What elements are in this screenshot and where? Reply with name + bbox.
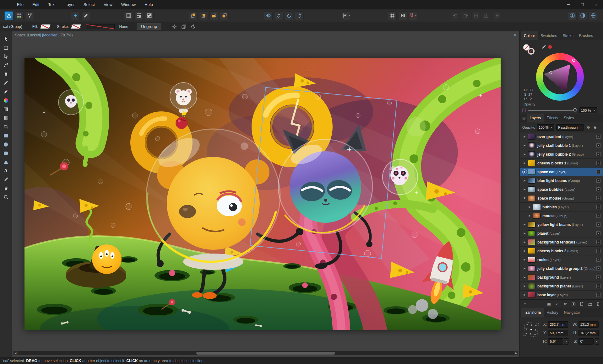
transform-input-x[interactable]: 252,7 mm	[548, 321, 568, 328]
flip-vertical-icon[interactable]	[274, 11, 283, 20]
grid-options-icon[interactable]	[145, 11, 154, 20]
stroke-width-control[interactable]	[86, 24, 115, 29]
layer-row-yellow-light-beams[interactable]: ▶yellow light beams (Layer)✓	[520, 220, 603, 229]
layer-row-cheesy-blocks-2[interactable]: ▶cheesy blocks 2 (Layer)✓	[520, 247, 603, 255]
rotate-ccw-icon[interactable]	[285, 11, 293, 20]
layer-row-base-layer[interactable]: ▶base layer (Layer)✓	[520, 291, 603, 299]
expand-arrow-icon[interactable]: ▶	[527, 205, 532, 209]
menu-select[interactable]: Select	[79, 0, 99, 9]
horizontal-scrollbar[interactable]: ◀ ▶	[13, 351, 518, 355]
scroll-right-icon[interactable]: ▶	[514, 351, 518, 355]
layer-visibility-checkbox[interactable]: ✓	[596, 205, 600, 209]
saturation-lightness-marker[interactable]	[549, 71, 552, 74]
transform-input-w[interactable]: 131,3 mm	[579, 321, 599, 328]
tab-styles[interactable]: Styles	[561, 114, 577, 122]
layer-row-jelly-skull-bubble-group-2[interactable]: ▶jelly skull bubble group 2 (Group)✓	[520, 264, 603, 273]
arrow-up-icon[interactable]	[71, 11, 80, 20]
alignment-dropdown[interactable]: ▼	[342, 11, 351, 20]
layer-visibility-checkbox[interactable]: ✓	[596, 196, 600, 200]
expand-arrow-icon[interactable]: ▶	[522, 249, 527, 253]
expand-arrow-icon[interactable]: ▶	[522, 284, 527, 288]
layer-visibility-checkbox[interactable]: ✓	[596, 231, 600, 235]
layer-thumbnail[interactable]	[528, 283, 535, 289]
transform-input-y[interactable]: 50,9 mm	[548, 330, 568, 336]
rectangle-tool[interactable]	[1, 131, 11, 140]
mask-icon[interactable]	[571, 302, 576, 307]
expand-arrow-icon[interactable]: ▶	[522, 187, 527, 192]
fill-swatch[interactable]	[40, 24, 51, 29]
rounded-rectangle-tool[interactable]	[1, 149, 11, 158]
collapse-arrow-icon[interactable]: ▶	[522, 196, 527, 201]
layer-visibility-checkbox[interactable]: ✓	[596, 222, 600, 227]
tab-swatches[interactable]: Swatches	[538, 31, 560, 40]
layer-thumbnail[interactable]	[528, 265, 535, 271]
crop-tool[interactable]	[1, 122, 11, 131]
layer-thumbnail[interactable]	[528, 178, 535, 184]
text-tool[interactable]: A	[1, 166, 11, 175]
edit-all-layers-icon[interactable]: ≡	[522, 302, 527, 307]
layer-thumbnail[interactable]	[528, 134, 535, 140]
tab-brushes[interactable]: Brushes	[576, 31, 596, 40]
menu-view[interactable]: View	[99, 0, 117, 9]
tab-stroke[interactable]: Stroke	[560, 31, 576, 40]
flip-horizontal-icon[interactable]	[264, 11, 273, 20]
transform-input-s[interactable]: 0°	[579, 338, 594, 345]
tab-colour[interactable]: Colour	[521, 31, 538, 40]
transform-input-h[interactable]: 161,2 mm	[579, 330, 599, 336]
layer-thumbnail[interactable]	[533, 213, 541, 219]
ungroup-button[interactable]: Ungroup	[136, 23, 162, 30]
layer-visibility-checkbox[interactable]: ✓	[596, 275, 600, 279]
triangle-tool[interactable]	[1, 158, 11, 166]
node-tool[interactable]	[1, 52, 11, 61]
layer-visibility-checkbox[interactable]: ✓	[596, 293, 600, 297]
layer-thumbnail[interactable]	[528, 239, 535, 245]
pen-tool[interactable]	[1, 70, 11, 78]
chevron-down-icon[interactable]: ▼	[564, 338, 568, 345]
show-grid-icon[interactable]	[124, 11, 133, 20]
pencil-tool[interactable]	[1, 78, 11, 87]
ellipse-tool[interactable]	[1, 140, 11, 149]
layer-thumbnail[interactable]	[528, 292, 535, 298]
layer-thumbnail[interactable]	[533, 204, 541, 210]
tab-layers[interactable]: Layers	[527, 114, 544, 122]
tab-effects[interactable]: Effects	[544, 114, 561, 122]
scroll-left-icon[interactable]: ◀	[13, 351, 18, 355]
paint-roller-icon[interactable]	[81, 11, 90, 20]
move-to-back-icon[interactable]	[220, 11, 229, 20]
move-to-front-icon[interactable]	[189, 11, 198, 20]
cycle-selection-box-icon[interactable]	[180, 23, 187, 30]
layer-row-background-planet[interactable]: ▶background planet (Layer)✓	[520, 282, 603, 291]
layer-row-space-bubbles[interactable]: ▶space bubbles (Layer)✓	[520, 185, 603, 194]
export-persona-icon[interactable]	[25, 11, 34, 20]
layer-visibility-checkbox[interactable]: ✓	[596, 249, 600, 253]
expand-arrow-icon[interactable]: ▶	[522, 257, 527, 262]
menu-text[interactable]: Text	[44, 0, 60, 9]
eyedropper-icon[interactable]	[541, 45, 546, 50]
gradient-tool[interactable]	[1, 105, 11, 114]
layer-visibility-checkbox[interactable]: ✓	[596, 152, 600, 156]
layer-thumbnail[interactable]	[528, 222, 535, 228]
layer-thumbnail[interactable]	[528, 195, 535, 201]
layer-row-space-mouse[interactable]: ▶space mouse (Group)✓	[520, 194, 603, 203]
layer-row-rocket[interactable]: ▶rocket (Layer)✓	[520, 255, 603, 264]
opacity-slider-track[interactable]	[528, 110, 574, 111]
layer-thumbnail[interactable]	[528, 274, 535, 280]
move-tool[interactable]	[1, 35, 11, 43]
layer-thumbnail[interactable]	[528, 257, 535, 263]
layer-row-space-cat[interactable]: ▶space cat (Layer)✓	[520, 168, 603, 176]
layer-visibility-checkbox[interactable]: ✓	[596, 284, 600, 288]
layer-visibility-checkbox[interactable]: ✓	[596, 179, 600, 183]
layer-thumbnail[interactable]	[528, 151, 535, 157]
layer-row-planet[interactable]: ▶planet (Layer)✓	[520, 229, 603, 238]
layer-visibility-checkbox[interactable]: ✓	[596, 266, 600, 270]
layer-thumbnail[interactable]	[528, 160, 535, 166]
colour-tool[interactable]	[1, 96, 11, 105]
layer-row-bubbles[interactable]: ▶bubbles (Layer)✓	[520, 203, 603, 211]
transform-origin-icon[interactable]	[171, 23, 178, 30]
layer-row-mouse[interactable]: ▶mouse (Group)✓	[520, 211, 603, 220]
stroke-swatch[interactable]	[71, 24, 81, 29]
snap-to-grid-icon[interactable]	[134, 11, 143, 20]
layer-row-background[interactable]: ▶background (Layer)✓	[520, 273, 603, 282]
menu-file[interactable]: File	[13, 0, 28, 9]
expand-arrow-icon[interactable]: ▶	[522, 292, 527, 297]
